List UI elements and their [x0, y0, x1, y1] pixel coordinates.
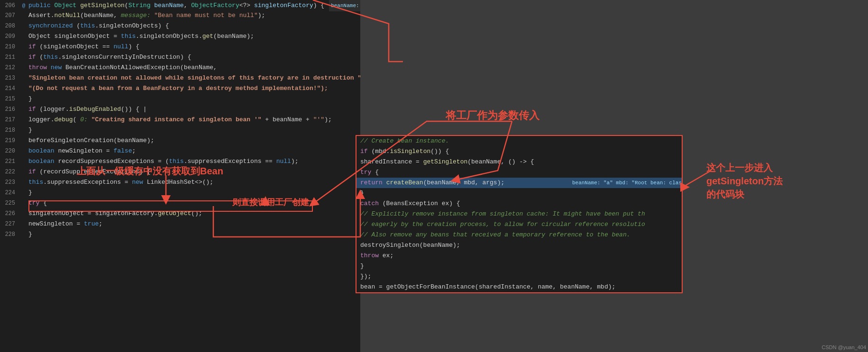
- popup-line-2: sharedInstance = getSingleton(beanName, …: [356, 157, 682, 167]
- popup-line-9: // Also remove any beans that received a…: [356, 230, 682, 240]
- line-num: 227: [0, 219, 19, 229]
- line-num: 213: [0, 73, 19, 83]
- line-content: try {: [28, 198, 360, 208]
- code-line-226: 226 singletonObject = singletonFactory.g…: [0, 208, 360, 219]
- popup-line-content: catch (BeansException ex) {: [360, 199, 682, 209]
- line-content: public Object getSingleton(String beanNa…: [28, 0, 324, 11]
- watermark: CSDN @yuan_404: [822, 344, 866, 350]
- code-line-213: 213 "Singleton bean creation not allowed…: [0, 73, 360, 83]
- line-num: 219: [0, 135, 19, 146]
- line-num: 212: [0, 63, 19, 73]
- line-num: 209: [0, 31, 19, 42]
- popup-line-7: // Explicitly remove instance from singl…: [356, 209, 682, 219]
- popup-line-13: });: [356, 271, 682, 282]
- code-line-228: 228 }: [0, 229, 360, 240]
- line-content: boolean newSingleton = false;: [28, 146, 360, 156]
- line-content: if (logger.isDebugEnabled()) { |: [28, 104, 360, 115]
- popup-line-12: }: [356, 261, 682, 271]
- line-content: Assert.notNull(beanName, message: "Bean …: [28, 10, 360, 21]
- popup-line-1: if (mbd.isSingleton()) {: [356, 146, 682, 157]
- popup-line-content: // eagerly by the creation process, to a…: [360, 219, 682, 230]
- line-content: }: [28, 94, 360, 104]
- line-num: 210: [0, 42, 19, 52]
- code-line-214: 214 "(Do not request a bean from a BeanF…: [0, 83, 360, 94]
- popup-line-content: bean = getObjectForBeanInstance(sharedIn…: [360, 282, 682, 292]
- line-num: 214: [0, 83, 19, 94]
- code-line-224: 224 }: [0, 188, 360, 198]
- line-content: "Singleton bean creation not allowed whi…: [28, 73, 360, 83]
- popup-line-content: try {: [360, 167, 682, 178]
- code-line-216: 216 if (logger.isDebugEnabled()) { |: [0, 104, 360, 115]
- line-num: 221: [0, 156, 19, 167]
- code-line-218: 218 }: [0, 125, 360, 135]
- line-num: 220: [0, 146, 19, 156]
- hint-206: beanName: "a" singletonFactory:: [329, 0, 360, 11]
- popup-line-content: destroySingleton(beanName);: [360, 240, 682, 251]
- popup-panel: // Create bean instance. if (mbd.isSingl…: [356, 135, 683, 293]
- popup-line-content: // Also remove any beans that received a…: [360, 230, 682, 240]
- popup-line-content: }: [360, 188, 682, 199]
- code-line-208: 208 synchronized (this.singletonObjects)…: [0, 21, 360, 31]
- line-content: if (singletonObject == null) {: [28, 42, 360, 52]
- code-line-207: 207 Assert.notNull(beanName, message: "B…: [0, 10, 360, 21]
- popup-line-content: });: [360, 271, 682, 282]
- line-content: }: [28, 229, 360, 240]
- code-line-223: 223 this.suppressedExceptions = new Link…: [0, 177, 360, 188]
- popup-line-content: // Create bean instance.: [360, 136, 682, 146]
- callout-right-2: 这个上一步进入getSingleton方法的代码块: [706, 161, 783, 201]
- line-num: 223: [0, 177, 19, 188]
- popup-line-content: // Explicitly remove instance from singl…: [360, 209, 682, 219]
- popup-line-4: return createBean(beanName, mbd, args);b…: [356, 178, 682, 188]
- line-content: Object singletonObject = this.singletonO…: [28, 31, 360, 42]
- line-num: 228: [0, 229, 19, 240]
- popup-line-content: return createBean(beanName, mbd, args);: [360, 178, 568, 188]
- line-content: "(Do not request a bean from a BeanFacto…: [28, 83, 360, 94]
- popup-line-11: throw ex;: [356, 251, 682, 261]
- code-line-219: 219 beforeSingletonCreation(beanName);: [0, 135, 360, 146]
- line-content: logger.debug( 0: "Creating shared instan…: [28, 115, 360, 125]
- popup-line-content: if (mbd.isSingleton()) {: [360, 146, 682, 157]
- popup-line-10: destroySingleton(beanName);: [356, 240, 682, 251]
- code-line-206: 206@public Object getSingleton(String be…: [0, 0, 360, 10]
- line-content: throw new BeanCreationNotAllowedExceptio…: [28, 63, 360, 73]
- code-line-212: 212 throw new BeanCreationNotAllowedExce…: [0, 63, 360, 73]
- popup-line-6: catch (BeansException ex) {: [356, 199, 682, 209]
- code-line-209: 209 Object singletonObject = this.single…: [0, 31, 360, 42]
- code-line-210: 210 if (singletonObject == null) {: [0, 42, 360, 52]
- line-num: 216: [0, 104, 19, 115]
- line-num: 217: [0, 115, 19, 125]
- line-content: newSingleton = true;: [28, 219, 360, 229]
- popup-line-8: // eagerly by the creation process, to a…: [356, 219, 682, 230]
- popup-hint: beanName: "a" mbd: "Root bean: clas: [572, 178, 682, 188]
- code-line-227: 227 newSingleton = true;: [0, 219, 360, 229]
- line-num: 222: [0, 167, 19, 177]
- line-content: if (this.singletonsCurrentlyInDestructio…: [28, 52, 360, 63]
- popup-line-content: sharedInstance = getSingleton(beanName, …: [360, 157, 682, 167]
- callout-left-2: 则直接调用工厂创建: [232, 197, 309, 208]
- line-num: 226: [0, 208, 19, 219]
- popup-line-5: }: [356, 188, 682, 199]
- line-content: synchronized (this.singletonObjects) {: [28, 21, 360, 31]
- line-content: }: [28, 188, 360, 198]
- line-num: 208: [0, 21, 19, 31]
- popup-line-14: bean = getObjectForBeanInstance(sharedIn…: [356, 282, 682, 292]
- line-num: 218: [0, 125, 19, 135]
- main-container: 206@public Object getSingleton(String be…: [0, 0, 868, 352]
- popup-line-content: }: [360, 261, 682, 271]
- line-content: }: [28, 125, 360, 135]
- line-content: this.suppressedExceptions = new LinkedHa…: [28, 177, 360, 188]
- line-num: 215: [0, 94, 19, 104]
- line-content: beforeSingletonCreation(beanName);: [28, 135, 360, 146]
- line-num: 206: [0, 0, 19, 11]
- code-line-217: 217 logger.debug( 0: "Creating shared in…: [0, 115, 360, 125]
- popup-line-0: // Create bean instance.: [356, 136, 682, 146]
- callout-left-1: 上面从一级缓存中没有获取到Bean: [77, 165, 223, 177]
- line-num: 211: [0, 52, 19, 63]
- code-line-220: 220 boolean newSingleton = false;: [0, 146, 360, 156]
- code-line-211: 211 if (this.singletonsCurrentlyInDestru…: [0, 52, 360, 63]
- popup-line-content: throw ex;: [360, 251, 682, 261]
- line-num: 207: [0, 10, 19, 21]
- line-content: singletonObject = singletonFactory.getOb…: [28, 208, 360, 219]
- callout-right-1: 将工厂作为参数传入: [446, 109, 539, 123]
- popup-line-3: try {: [356, 167, 682, 178]
